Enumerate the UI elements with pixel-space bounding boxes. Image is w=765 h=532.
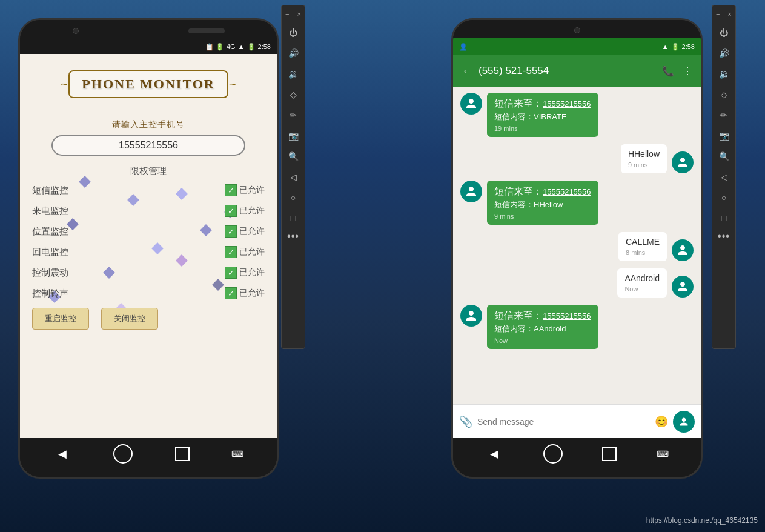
- msg-back-button[interactable]: ←: [462, 65, 472, 78]
- permission-sms-label: 短信监控: [32, 185, 68, 196]
- back-nav-btn[interactable]: ◁: [285, 168, 302, 185]
- hhellow-inc-from-label: 短信来至：: [494, 186, 543, 196]
- stop-monitor-button[interactable]: 关闭监控: [101, 308, 158, 330]
- sms-status-text: 已允许: [239, 185, 265, 196]
- emoji-icon[interactable]: 😊: [655, 415, 668, 428]
- location-status-text: 已允许: [239, 226, 265, 237]
- app-buttons: 重启监控 关闭监控: [32, 308, 265, 330]
- permission-callback-status: 已允许: [225, 246, 265, 258]
- permission-callback-label: 回电监控: [32, 247, 68, 258]
- back-button-left[interactable]: ◀: [53, 445, 71, 463]
- msg-incoming-hhellow: 短信来至：15555215556 短信内容：HHellow 9 mins: [460, 181, 658, 225]
- recents-button-right[interactable]: [602, 447, 617, 461]
- right-volume-up-btn[interactable]: 🔊: [715, 45, 732, 62]
- right-home-nav-btn[interactable]: ○: [715, 189, 732, 206]
- avatar-2: [460, 181, 482, 202]
- call-checkbox: [225, 205, 237, 217]
- hhellow-inc-content: 短信内容：HHellow: [494, 199, 591, 210]
- hhellow-time: 9 mins: [628, 161, 660, 168]
- restart-monitor-button[interactable]: 重启监控: [32, 308, 89, 330]
- recents-button-left[interactable]: [175, 447, 190, 461]
- attachment-icon[interactable]: 📎: [459, 415, 472, 428]
- callback-status-text: 已允许: [239, 247, 265, 258]
- speaker-grill: [188, 28, 225, 33]
- vibrate-from: 短信来至：15555215556: [494, 98, 591, 110]
- keyboard-button-left[interactable]: ⌨: [231, 449, 243, 459]
- more-options-btn[interactable]: •••: [287, 231, 299, 242]
- zoom-btn[interactable]: 🔍: [285, 148, 302, 165]
- recents-nav-btn[interactable]: □: [285, 210, 302, 227]
- msg-outgoing-aandroid: AAndroid Now: [460, 268, 694, 298]
- close-button[interactable]: ×: [297, 10, 301, 18]
- home-button-right[interactable]: [543, 444, 563, 464]
- aandroid-time: Now: [624, 285, 660, 293]
- home-button-left[interactable]: [113, 444, 133, 464]
- message-input-bar: 📎 😊: [453, 404, 701, 438]
- left-app-content: PHONE MONITOR 请输入主控手机号 15555215556: [20, 54, 277, 438]
- msg-incoming-vibrate: 短信来至：15555215556 短信内容：VIBRATE 19 mins: [460, 93, 658, 137]
- location-checkbox: [225, 225, 237, 238]
- vibrate-from-label: 短信来至：: [494, 98, 543, 108]
- volume-up-btn[interactable]: 🔊: [285, 45, 302, 62]
- permissions-title: 限权管理: [32, 165, 265, 177]
- msg-incoming-aandroid: 短信来至：15555215556 短信内容：AAndroid Now: [460, 305, 658, 349]
- permission-location-status: 已允许: [225, 225, 265, 238]
- right-back-nav-btn[interactable]: ◁: [715, 168, 732, 185]
- signal-icon: ▲: [238, 43, 245, 50]
- right-time-display: 2:58: [682, 43, 695, 50]
- right-signal-icon: ▲: [662, 43, 669, 50]
- send-button[interactable]: [673, 411, 695, 433]
- msg-outgoing-hhellow: HHellow 9 mins: [460, 144, 694, 173]
- minimize-button[interactable]: −: [285, 10, 289, 18]
- camera-btn[interactable]: 📷: [285, 127, 302, 144]
- vibrate-content: 短信内容：VIBRATE: [494, 111, 591, 122]
- volume-down-btn[interactable]: 🔉: [285, 65, 302, 82]
- status-icons: 📋 🔋: [205, 43, 224, 51]
- left-nav-bar: ◀ ⌨: [20, 438, 277, 470]
- aandroid-inc-from-number[interactable]: 15555215556: [543, 311, 591, 321]
- right-power-btn[interactable]: ⏻: [715, 24, 732, 41]
- right-more-options-btn[interactable]: •••: [718, 231, 730, 242]
- hhellow-inc-from-number[interactable]: 15555215556: [543, 187, 591, 196]
- back-button-right[interactable]: ◀: [485, 445, 503, 463]
- vibrate-time: 19 mins: [494, 125, 591, 132]
- vibrate-checkbox: [225, 267, 237, 279]
- message-input[interactable]: [477, 417, 650, 427]
- phone-call-icon[interactable]: 📞: [662, 65, 674, 77]
- permission-call: 来电监控 已允许: [32, 205, 265, 217]
- callback-checkbox: [225, 246, 237, 258]
- power-btn[interactable]: ⏻: [285, 24, 302, 41]
- permission-location-label: 位置监控: [32, 226, 68, 238]
- right-rotate-btn[interactable]: ◇: [715, 86, 732, 103]
- right-recents-nav-btn[interactable]: □: [715, 210, 732, 227]
- callme-bubble: CALLME 8 mins: [618, 232, 667, 261]
- hhellow-bubble: HHellow 9 mins: [621, 144, 667, 173]
- app-logo: PHONE MONITOR: [45, 60, 251, 108]
- msg-outgoing-callme: CALLME 8 mins: [460, 232, 694, 261]
- phone-number-value: 15555215556: [119, 140, 178, 150]
- right-eraser-btn[interactable]: ✏: [715, 107, 732, 124]
- phone-number-input[interactable]: 15555215556: [51, 135, 245, 156]
- more-options-icon[interactable]: ⋮: [683, 65, 692, 77]
- right-battery-icon: 🔋: [671, 43, 680, 51]
- permissions-section: 限权管理 短信监控 已允许 来电监控 已允许: [32, 165, 265, 330]
- right-camera-btn[interactable]: 📷: [715, 127, 732, 144]
- vibrate-from-number[interactable]: 15555215556: [543, 99, 591, 108]
- vibrate-bubble: 短信来至：15555215556 短信内容：VIBRATE 19 mins: [487, 93, 598, 137]
- right-volume-down-btn[interactable]: 🔉: [715, 65, 732, 82]
- permission-call-status: 已允许: [225, 205, 265, 217]
- permission-ringtone-status: 已允许: [225, 287, 265, 299]
- right-minimize-button[interactable]: −: [716, 10, 720, 18]
- keyboard-button-right[interactable]: ⌨: [657, 449, 669, 459]
- right-phone-top: [453, 20, 701, 38]
- right-close-button[interactable]: ×: [728, 10, 732, 18]
- eraser-btn[interactable]: ✏: [285, 107, 302, 124]
- left-phone-top: [20, 20, 277, 39]
- permission-location: 位置监控 已允许: [32, 225, 265, 238]
- aandroid-bubble: AAndroid Now: [617, 268, 667, 298]
- right-person-icon: 👤: [459, 43, 468, 51]
- right-zoom-btn[interactable]: 🔍: [715, 148, 732, 165]
- home-nav-btn[interactable]: ○: [285, 189, 302, 206]
- rotate-btn[interactable]: ◇: [285, 86, 302, 103]
- call-status-text: 已允许: [239, 205, 265, 216]
